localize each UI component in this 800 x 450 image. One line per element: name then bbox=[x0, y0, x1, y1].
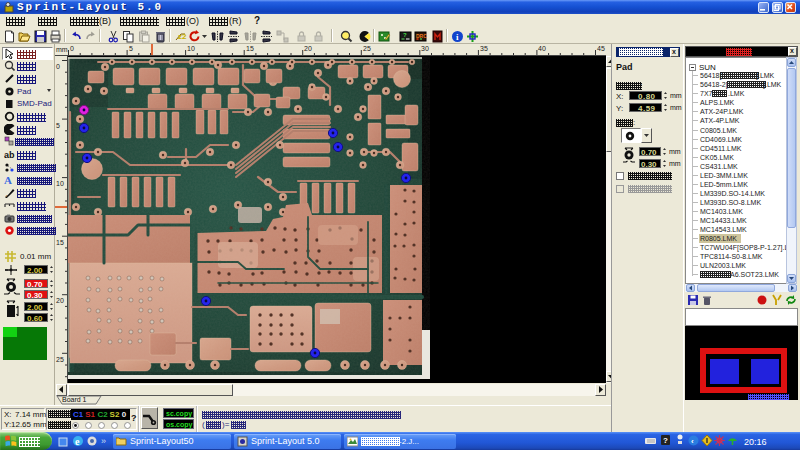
svg-text:40: 40 bbox=[538, 45, 546, 52]
svg-text:25: 25 bbox=[56, 356, 64, 363]
svg-text:DRC: DRC bbox=[416, 33, 427, 39]
svg-text:?: ? bbox=[663, 436, 668, 445]
svg-text:‹: ‹ bbox=[691, 437, 694, 446]
svg-text:20: 20 bbox=[304, 45, 312, 52]
svg-text:5: 5 bbox=[56, 122, 60, 129]
svg-text:10: 10 bbox=[187, 45, 195, 52]
svg-text:A: A bbox=[4, 174, 12, 185]
svg-text:z2: z2 bbox=[178, 32, 187, 41]
svg-text:10: 10 bbox=[56, 180, 64, 187]
svg-text:?: ? bbox=[403, 32, 407, 38]
svg-text:15: 15 bbox=[246, 45, 254, 52]
svg-text:0: 0 bbox=[70, 45, 74, 52]
svg-text:35: 35 bbox=[480, 45, 488, 52]
svg-text:ab: ab bbox=[4, 150, 15, 160]
svg-text:45: 45 bbox=[597, 45, 605, 52]
svg-text:15: 15 bbox=[56, 239, 64, 246]
svg-text:5: 5 bbox=[129, 45, 133, 52]
svg-text:20: 20 bbox=[56, 297, 64, 304]
svg-text:e: e bbox=[75, 436, 80, 447]
svg-text:30: 30 bbox=[421, 45, 429, 52]
svg-text:0: 0 bbox=[56, 63, 60, 70]
svg-text:25: 25 bbox=[363, 45, 371, 52]
